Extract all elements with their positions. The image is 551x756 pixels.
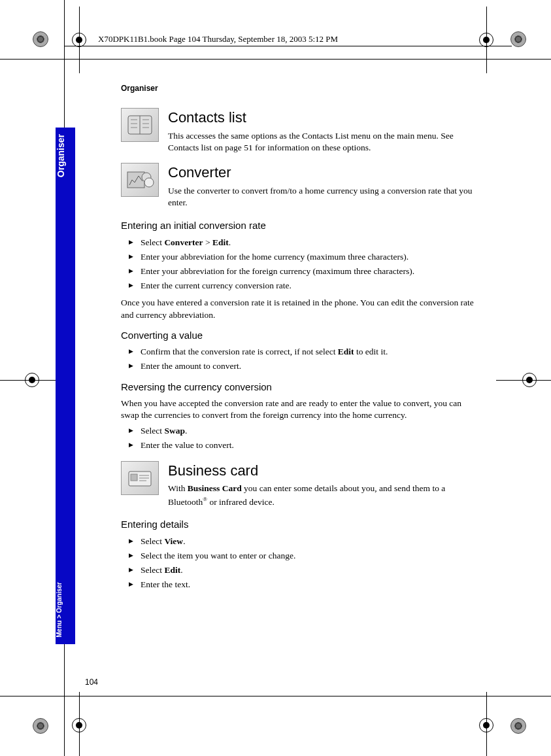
step-item: Enter the amount to convert. bbox=[129, 360, 474, 372]
page-content: Contacts list This accesses the same opt… bbox=[121, 108, 474, 596]
contacts-icon bbox=[121, 108, 159, 142]
section-title: Contacts list bbox=[168, 108, 474, 128]
crop-target-icon bbox=[65, 26, 93, 54]
side-tab-title: Organiser bbox=[56, 134, 75, 181]
step-item: Select the item you want to enter or cha… bbox=[129, 550, 474, 562]
frame-line bbox=[0, 59, 551, 60]
section-body: This accesses the same options as the Co… bbox=[168, 130, 474, 154]
crop-target-icon bbox=[516, 366, 543, 394]
step-item: Select Swap. bbox=[129, 425, 474, 437]
side-tab-breadcrumb: Menu > Organiser bbox=[56, 579, 75, 638]
step-list: Confirm that the conversion rate is corr… bbox=[129, 346, 474, 372]
section-business-card: Business card With Business Card you can… bbox=[121, 461, 474, 511]
step-item: Enter the text. bbox=[129, 579, 474, 591]
business-card-icon bbox=[121, 461, 159, 495]
subsection-title: Reversing the currency conversion bbox=[121, 381, 474, 394]
step-item: Confirm that the conversion rate is corr… bbox=[129, 346, 474, 358]
registration-mark-icon bbox=[510, 718, 526, 734]
section-title: Business card bbox=[168, 461, 474, 481]
section-body: With Business Card you can enter some de… bbox=[168, 483, 474, 507]
section-body: Use the converter to convert from/to a h… bbox=[168, 185, 474, 209]
registration-mark-icon bbox=[510, 31, 526, 47]
frame-line bbox=[0, 696, 551, 696]
crop-target-icon bbox=[473, 712, 500, 739]
step-item: Select Converter > Edit. bbox=[129, 237, 474, 249]
paragraph: Once you have entered a conversion rate … bbox=[121, 297, 474, 320]
crop-target-icon bbox=[65, 712, 93, 739]
section-converter: Converter Use the converter to convert f… bbox=[121, 163, 474, 211]
page-number: 104 bbox=[85, 678, 98, 687]
svg-point-10 bbox=[144, 178, 154, 187]
subsection-title: Entering an initial conversion rate bbox=[121, 219, 474, 232]
registration-mark-icon bbox=[33, 31, 48, 47]
paragraph: When you have accepted the conversion ra… bbox=[121, 398, 474, 421]
svg-rect-12 bbox=[131, 474, 137, 481]
step-item: Enter the value to convert. bbox=[129, 439, 474, 451]
step-item: Enter the current currency conversion ra… bbox=[129, 280, 474, 292]
step-item: Select View. bbox=[129, 536, 474, 547]
step-item: Enter your abbreviation for the home cur… bbox=[129, 251, 474, 263]
step-list: Select Converter > Edit. Enter your abbr… bbox=[129, 237, 474, 292]
step-item: Enter your abbreviation for the foreign … bbox=[129, 266, 474, 277]
step-list: Select Swap. Enter the value to convert. bbox=[129, 425, 474, 451]
running-header: Organiser bbox=[121, 84, 158, 93]
side-tab: Organiser Menu > Organiser bbox=[56, 128, 75, 644]
section-title: Converter bbox=[168, 163, 474, 182]
subsection-title: Entering details bbox=[121, 518, 474, 531]
page-header-meta: X70DPK11B1.book Page 104 Thursday, Septe… bbox=[98, 34, 342, 44]
step-item: Select Edit. bbox=[129, 564, 474, 576]
header-rule bbox=[64, 46, 512, 46]
step-list: Select View. Select the item you want to… bbox=[129, 536, 474, 591]
crop-target-icon bbox=[18, 366, 46, 394]
registration-mark-icon bbox=[33, 718, 48, 734]
converter-icon bbox=[121, 163, 159, 197]
subsection-title: Converting a value bbox=[121, 329, 474, 342]
crop-target-icon bbox=[473, 26, 500, 54]
section-contacts: Contacts list This accesses the same opt… bbox=[121, 108, 474, 156]
